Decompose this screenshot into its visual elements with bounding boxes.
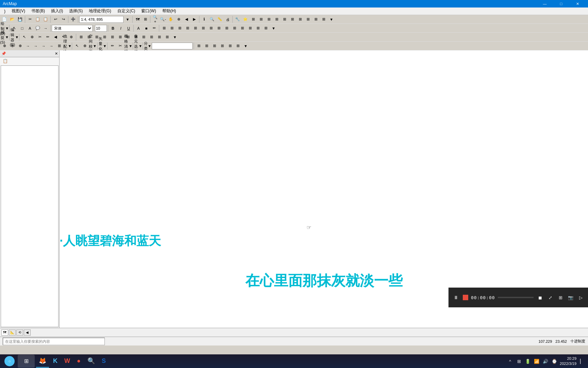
menu-item-view[interactable]: 视图(V) — [9, 7, 28, 15]
minimize-button[interactable]: — — [537, 0, 553, 7]
map-canvas[interactable]: ☞ ·人眺望碧海和蓝天 在心里面那抹灰就淡一些 ⏸ 00:00:00 ◼ ⤢ ⊞… — [60, 50, 588, 328]
class-more6[interactable]: ⊞ — [234, 42, 242, 50]
draw-more1[interactable]: ⊞ — [160, 25, 168, 32]
taskbar-app-blue-s[interactable]: S — [99, 355, 109, 368]
taskbar-app-k[interactable]: K — [50, 355, 60, 368]
topo-tool2[interactable]: ✂ — [116, 42, 124, 50]
layout-view-btn[interactable]: ⊞ — [142, 16, 149, 23]
map-tab-layout[interactable]: 📐 — [9, 329, 16, 336]
taskbar-app-record[interactable]: ● — [74, 355, 83, 368]
edit-tool1[interactable]: ↖ — [20, 33, 28, 41]
spatial-tool2[interactable]: ⊕ — [81, 42, 88, 50]
extra-btn2[interactable]: ⊞ — [257, 16, 265, 23]
extra-btn10[interactable]: ⊞ — [320, 16, 327, 23]
video-icon-5[interactable]: ▷ — [577, 294, 585, 301]
extra-btn3[interactable]: ⊞ — [265, 16, 273, 23]
bold-btn[interactable]: B — [109, 25, 117, 32]
redo-btn[interactable]: ↪ — [60, 16, 67, 23]
classify-input[interactable] — [152, 43, 193, 49]
next-extent-btn[interactable]: ▶ — [191, 16, 198, 23]
menu-item-geoprocess[interactable]: 地理处理(G) — [86, 7, 114, 15]
taskbar-search[interactable]: ⊞ — [18, 355, 35, 368]
menu-item-customize[interactable]: 自定义(C) — [115, 7, 138, 15]
find-btn[interactable]: 🔍 — [208, 16, 216, 23]
zoom-in-btn[interactable]: 🔍+ — [151, 16, 159, 23]
tray-layout[interactable]: ⊞ — [516, 358, 522, 365]
draw-more8[interactable]: ⊞ — [215, 25, 223, 32]
menu-item-window[interactable]: 窗口(W) — [138, 7, 159, 15]
edit-more10[interactable]: ⊞ — [148, 33, 155, 41]
draw-more13[interactable]: ⊞ — [254, 25, 262, 32]
copy-btn[interactable]: 📋 — [34, 16, 42, 23]
editor-dropdown[interactable]: 编辑器(R)▼ — [11, 33, 18, 41]
tray-chevron[interactable]: ^ — [507, 358, 513, 365]
underline-btn[interactable]: U — [125, 25, 132, 32]
video-pause-button[interactable]: ⏸ — [452, 293, 460, 302]
font-size-input[interactable] — [95, 25, 107, 32]
italic-btn[interactable]: I — [117, 25, 125, 32]
georef-tool3[interactable]: ⊕ — [16, 42, 24, 50]
draw-more4[interactable]: ⊞ — [184, 25, 191, 32]
extra-btn8[interactable]: ⊞ — [304, 16, 312, 23]
paste-btn[interactable]: 📋 — [42, 16, 49, 23]
scale-input[interactable] — [79, 16, 124, 23]
class-more3[interactable]: ⊞ — [211, 42, 218, 50]
menu-item-help[interactable]: 帮助(H) — [160, 7, 179, 15]
draw-more6[interactable]: ⊞ — [199, 25, 207, 32]
menu-item-0[interactable]: ) — [1, 8, 8, 14]
edit-tool5[interactable]: ◀ — [52, 33, 59, 41]
georef-tool8[interactable]: ⊞ — [55, 42, 63, 50]
tray-clock[interactable]: ⌚ — [551, 358, 558, 365]
draw-more11[interactable]: ⊞ — [239, 25, 246, 32]
search-input[interactable] — [3, 338, 105, 345]
georef-tool4[interactable]: → — [24, 42, 32, 50]
vector-btn[interactable]: 矢量化(Z)▼ — [99, 42, 106, 50]
extra-btn6[interactable]: ⊞ — [289, 16, 296, 23]
georef-tool2[interactable]: ⊕ — [9, 42, 16, 50]
draw-more2[interactable]: ⊞ — [168, 25, 176, 32]
tray-volume[interactable]: 🔊 — [542, 358, 549, 365]
panel-pin-icon[interactable]: 📌 — [1, 51, 6, 56]
search-btn2[interactable]: ⭐ — [242, 16, 249, 23]
topo-dropdown[interactable]: 栅格清理(C)▼ — [124, 42, 132, 50]
tray-battery[interactable]: 🔋 — [524, 358, 531, 365]
full-extent-btn[interactable]: ⊕ — [175, 16, 182, 23]
save-btn[interactable]: 💾 — [16, 16, 24, 23]
video-icon-1[interactable]: ◼ — [536, 294, 544, 301]
map-prev-btn[interactable]: ◀ — [24, 329, 31, 336]
extra-btn7[interactable]: ⊞ — [296, 16, 304, 23]
draw-more7[interactable]: ⊞ — [207, 25, 215, 32]
video-progress-bar[interactable] — [498, 297, 534, 298]
identify-btn[interactable]: ℹ — [200, 16, 208, 23]
taskbar-app-firefox[interactable]: 🦊 — [36, 355, 49, 368]
text-tool[interactable]: A — [26, 25, 34, 32]
extra-btn4[interactable]: ⊞ — [273, 16, 280, 23]
edit-tool3[interactable]: ✂ — [36, 33, 44, 41]
start-button[interactable]: ○ — [3, 354, 16, 368]
scale-btn[interactable]: ▼ — [124, 16, 131, 23]
edit-more13[interactable]: ▼ — [171, 33, 179, 41]
show-desktop[interactable]: ▏ — [578, 358, 585, 365]
toolbox-btn[interactable]: 🔧 — [234, 16, 241, 23]
undo-btn[interactable]: ↩ — [52, 16, 59, 23]
cut-btn[interactable]: ✂ — [26, 16, 34, 23]
taskbar-app-w[interactable]: W — [62, 355, 73, 368]
video-icon-3[interactable]: ⊞ — [557, 294, 564, 301]
menu-item-insert[interactable]: 插入(I) — [48, 7, 66, 15]
panel-close-icon[interactable]: ✕ — [55, 51, 58, 56]
map-rotate-btn[interactable]: ⟲ — [16, 329, 23, 336]
draw-more9[interactable]: ⊞ — [223, 25, 230, 32]
class-more4[interactable]: ⊞ — [218, 42, 226, 50]
layer-panel-icon[interactable]: 📋 — [1, 57, 9, 65]
spatial-tool1[interactable]: ↖ — [73, 42, 81, 50]
map-view-btn[interactable]: 🗺 — [134, 16, 141, 23]
menu-item-bookmark[interactable]: 书签(B) — [29, 7, 48, 15]
edit-more5[interactable]: ⊞ — [109, 33, 116, 41]
draw-more10[interactable]: ⊞ — [231, 25, 238, 32]
tray-network[interactable]: 📶 — [533, 358, 540, 365]
extra-btn9[interactable]: ⊞ — [312, 16, 320, 23]
video-stop-button[interactable] — [463, 295, 468, 300]
class-more1[interactable]: ⊞ — [195, 42, 202, 50]
fill-color-btn[interactable]: ■ — [143, 25, 150, 32]
draw-more5[interactable]: ⊞ — [192, 25, 199, 32]
